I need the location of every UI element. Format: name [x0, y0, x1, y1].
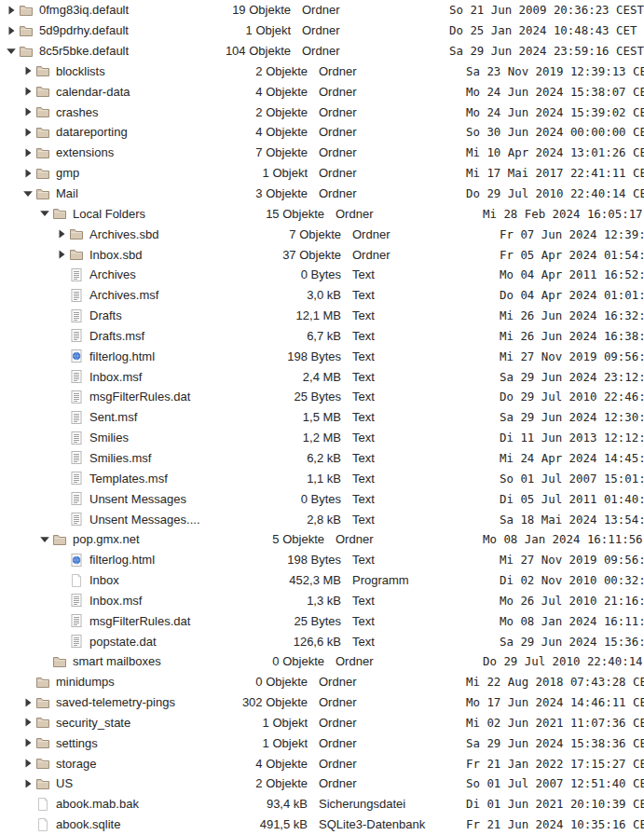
- table-row[interactable]: security_state 1 Objekt Ordner Mi 02 Jun…: [0, 713, 644, 733]
- table-row[interactable]: Drafts 12,1 MB Text Mi 26 Jun 2024 16:32…: [0, 306, 644, 326]
- expander-expanded-icon[interactable]: [4, 44, 19, 59]
- expander-collapsed-icon[interactable]: [54, 226, 69, 241]
- folder-icon: [19, 44, 34, 59]
- name-cell: minidumps: [0, 675, 235, 690]
- table-row[interactable]: Archives 0 Bytes Text Mo 04 Apr 2011 16:…: [0, 265, 644, 285]
- file-modified-date: Mi 17 Mai 2017 22:41:11 CEST: [466, 166, 644, 180]
- table-row[interactable]: datareporting 4 Objekte Ordner So 30 Jun…: [0, 122, 644, 143]
- file-size: 25 Bytes: [268, 614, 341, 628]
- file-name: Archives: [89, 267, 136, 281]
- file-size: 2 Objekte: [235, 105, 308, 119]
- table-row[interactable]: settings 1 Objekt Ordner Sa 29 Jun 2024 …: [0, 732, 644, 753]
- folder-icon: [35, 125, 50, 140]
- expander-collapsed-icon[interactable]: [21, 715, 35, 730]
- table-row[interactable]: Unsent Messages 0 Bytes Text Di 05 Jul 2…: [0, 488, 644, 509]
- file-size: 1 Objekt: [218, 23, 291, 37]
- table-row[interactable]: Inbox.sbd 37 Objekte Ordner Fr 05 Apr 20…: [0, 244, 644, 265]
- table-row[interactable]: Archives.msf 3,0 kB Text Do 04 Apr 2024 …: [0, 285, 644, 306]
- folder-icon: [52, 654, 67, 669]
- expander-collapsed-icon[interactable]: [54, 247, 69, 262]
- table-row[interactable]: msgFilterRules.dat 25 Bytes Text Do 29 J…: [0, 387, 644, 407]
- table-row[interactable]: Smilies.msf 6,2 kB Text Mi 24 Apr 2024 1…: [0, 448, 644, 469]
- name-cell: extensions: [0, 145, 235, 160]
- file-name: Unsent Messages: [89, 492, 186, 506]
- file-type: Text: [341, 431, 500, 445]
- expander-expanded-icon[interactable]: [37, 532, 52, 547]
- table-row[interactable]: US 2 Objekte Ordner So 01 Jul 2007 12:51…: [0, 773, 644, 794]
- name-cell: settings: [0, 735, 235, 750]
- name-cell: Unsent Messages: [0, 491, 268, 506]
- table-row[interactable]: 0fmg83iq.default 19 Objekte Ordner So 21…: [0, 0, 644, 21]
- file-name: calendar-data: [56, 85, 130, 99]
- file-name: extensions: [56, 145, 114, 159]
- table-row[interactable]: smart mailboxes 0 Objekte Ordner Do 29 J…: [0, 651, 644, 672]
- file-modified-date: Di 01 Jun 2021 20:10:39 CEST: [466, 797, 644, 811]
- file-name: gmp: [56, 166, 79, 180]
- name-cell: msgFilterRules.dat: [0, 390, 268, 404]
- file-modified-date: Mi 24 Apr 2024 14:45:14 CEST: [500, 451, 644, 465]
- table-row[interactable]: Inbox.msf 1,3 kB Text Mo 26 Jul 2010 21:…: [0, 590, 644, 610]
- file-size: 2,8 kB: [268, 513, 341, 527]
- name-cell: saved-telemetry-pings: [0, 695, 235, 710]
- table-row[interactable]: Smilies 1,2 MB Text Di 11 Jun 2013 12:12…: [0, 428, 644, 448]
- expander-expanded-icon[interactable]: [37, 206, 52, 221]
- file-type: Ordner: [308, 695, 466, 709]
- expander-collapsed-icon[interactable]: [21, 756, 35, 771]
- expander-collapsed-icon[interactable]: [21, 735, 35, 750]
- table-row[interactable]: msgFilterRules.dat 25 Bytes Text Mo 08 J…: [0, 610, 644, 631]
- table-row[interactable]: minidumps 0 Objekte Ordner Mi 22 Aug 201…: [0, 672, 644, 692]
- table-row[interactable]: 8c5r5bke.default 104 Objekte Ordner Sa 2…: [0, 41, 644, 62]
- table-row[interactable]: Inbox.msf 2,4 MB Text Sa 29 Jun 2024 23:…: [0, 366, 644, 387]
- file-size: 0 Bytes: [268, 492, 341, 506]
- file-name: Drafts.msf: [89, 329, 144, 343]
- table-row[interactable]: Unsent Messages.... 2,8 kB Text Sa 18 Ma…: [0, 509, 644, 529]
- table-row[interactable]: saved-telemetry-pings 302 Objekte Ordner…: [0, 692, 644, 713]
- blank-file-icon: [35, 797, 50, 812]
- file-modified-date: Mo 17 Jun 2024 14:46:11 CEST: [466, 695, 644, 709]
- table-row[interactable]: extensions 7 Objekte Ordner Mi 10 Apr 20…: [0, 143, 644, 163]
- table-row[interactable]: gmp 1 Objekt Ordner Mi 17 Mai 2017 22:41…: [0, 163, 644, 184]
- table-row[interactable]: Drafts.msf 6,7 kB Text Mi 26 Jun 2024 16…: [0, 326, 644, 347]
- table-row[interactable]: filterlog.html 198 Bytes Text Mi 27 Nov …: [0, 346, 644, 366]
- table-row[interactable]: abook.mab.bak 93,4 kB Sicherungsdatei Di…: [0, 794, 644, 814]
- expander-collapsed-icon[interactable]: [4, 23, 19, 38]
- name-cell: crashes: [0, 104, 235, 119]
- table-row[interactable]: blocklists 2 Objekte Ordner Sa 23 Nov 20…: [0, 62, 644, 82]
- table-row[interactable]: Templates.msf 1,1 kB Text So 01 Jul 2007…: [0, 468, 644, 488]
- table-row[interactable]: Inbox 452,3 MB Programm Di 02 Nov 2010 0…: [0, 570, 644, 591]
- table-row[interactable]: abook.sqlite 491,5 kB SQLite3-Datenbank …: [0, 814, 644, 835]
- table-row[interactable]: calendar-data 4 Objekte Ordner Mo 24 Jun…: [0, 81, 644, 102]
- table-row[interactable]: filterlog.html 198 Bytes Text Mi 27 Nov …: [0, 550, 644, 570]
- table-row[interactable]: storage 4 Objekte Ordner Fr 21 Jan 2022 …: [0, 753, 644, 773]
- table-row[interactable]: pop.gmx.net 5 Objekte Ordner Mo 08 Jan 2…: [0, 529, 644, 550]
- table-row[interactable]: crashes 2 Objekte Ordner Mo 24 Jun 2024 …: [0, 102, 644, 122]
- file-modified-date: Mi 22 Aug 2018 07:43:28 CEST: [466, 675, 644, 689]
- folder-icon: [35, 166, 50, 181]
- expander-collapsed-icon[interactable]: [21, 166, 35, 181]
- expander-collapsed-icon[interactable]: [21, 776, 35, 791]
- expander-collapsed-icon[interactable]: [21, 84, 35, 99]
- table-row[interactable]: Local Folders 15 Objekte Ordner Mi 28 Fe…: [0, 203, 644, 224]
- table-row[interactable]: Mail 3 Objekte Ordner Do 29 Jul 2010 22:…: [0, 184, 644, 204]
- expander-collapsed-icon[interactable]: [21, 695, 35, 710]
- file-size: 452,3 MB: [268, 573, 341, 587]
- expander-expanded-icon[interactable]: [21, 186, 35, 201]
- file-modified-date: Mo 24 Jun 2024 15:38:07 CEST: [466, 85, 644, 99]
- expander-collapsed-icon[interactable]: [21, 125, 35, 140]
- table-row[interactable]: 5d9pdrhy.default 1 Objekt Ordner Do 25 J…: [0, 21, 644, 41]
- expander-placeholder: [54, 328, 69, 343]
- folder-icon: [35, 84, 50, 99]
- expander-collapsed-icon[interactable]: [21, 63, 35, 78]
- table-row[interactable]: Sent.msf 1,5 MB Text Sa 29 Jun 2024 12:3…: [0, 407, 644, 428]
- table-row[interactable]: popstate.dat 126,6 kB Text Sa 29 Jun 202…: [0, 631, 644, 651]
- table-row[interactable]: Archives.sbd 7 Objekte Ordner Fr 07 Jun …: [0, 224, 644, 244]
- expander-collapsed-icon[interactable]: [21, 104, 35, 119]
- name-cell: Inbox.sbd: [0, 247, 268, 262]
- file-size: 7 Objekte: [235, 145, 308, 159]
- name-cell: pop.gmx.net: [0, 532, 252, 547]
- expander-collapsed-icon[interactable]: [21, 145, 35, 160]
- file-size: 198 Bytes: [268, 553, 341, 567]
- file-name: crashes: [56, 105, 99, 119]
- expander-placeholder: [54, 431, 69, 445]
- expander-collapsed-icon[interactable]: [4, 3, 19, 18]
